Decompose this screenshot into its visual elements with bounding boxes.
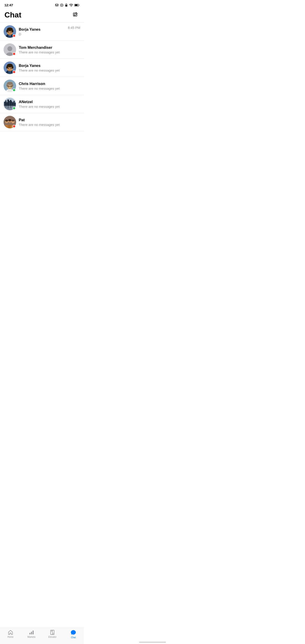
svg-point-25 — [6, 66, 8, 69]
contact-name: Borja Yanes — [19, 64, 80, 68]
message-preview: There are no messages yet — [19, 123, 80, 126]
chat-content: ANetzel There are no messages yet — [19, 100, 80, 108]
svg-rect-53 — [15, 103, 16, 106]
wifi-icon — [69, 4, 73, 7]
svg-rect-45 — [5, 100, 6, 106]
svg-point-40 — [11, 86, 12, 87]
svg-point-28 — [10, 68, 12, 69]
page-title: Chat — [4, 10, 22, 19]
contact-name: Chris Harrison — [19, 82, 80, 86]
chat-item-pat[interactable]: Pat There are no messages yet — [0, 113, 84, 131]
avatar-wrapper — [4, 62, 16, 74]
svg-point-14 — [12, 30, 14, 32]
contact-name: ANetzel — [19, 100, 80, 104]
svg-rect-47 — [8, 100, 9, 106]
status-indicator — [12, 125, 16, 128]
svg-rect-57 — [10, 106, 12, 108]
svg-point-33 — [7, 82, 13, 85]
svg-rect-6 — [75, 4, 78, 6]
battery-icon — [74, 4, 80, 6]
status-icons — [55, 3, 80, 7]
contact-name: Pat — [19, 118, 80, 122]
svg-point-69 — [12, 120, 14, 122]
compose-button[interactable] — [71, 10, 80, 19]
svg-point-72 — [9, 121, 10, 122]
svg-point-19 — [8, 46, 12, 51]
svg-rect-52 — [14, 101, 15, 106]
svg-rect-3 — [65, 5, 67, 6]
svg-point-35 — [12, 84, 14, 86]
chat-item-borja2[interactable]: Borja Yanes There are no messages yet — [0, 59, 84, 77]
lock-icon — [65, 3, 68, 7]
svg-point-67 — [5, 120, 8, 122]
message-preview: There are no messages yet — [19, 68, 80, 72]
message-preview: There are no messages yet — [19, 105, 80, 108]
message-preview: D — [19, 32, 68, 36]
avatar-wrapper — [4, 25, 16, 38]
compose-icon — [72, 12, 78, 18]
chat-content: Tom Merchandiser There are no messages y… — [19, 46, 80, 54]
svg-point-26 — [12, 66, 14, 69]
message-preview: There are no messages yet — [19, 86, 80, 90]
notification-icon — [55, 4, 58, 7]
svg-point-15 — [8, 32, 9, 32]
svg-rect-51 — [12, 102, 14, 106]
status-indicator — [12, 52, 16, 56]
svg-rect-44 — [4, 102, 5, 106]
avatar-wrapper — [4, 116, 16, 128]
nav-icon — [60, 3, 64, 7]
status-indicator — [12, 88, 16, 92]
chat-item-anetzel[interactable]: ANetzel There are no messages yet — [0, 95, 84, 113]
chat-content: Pat There are no messages yet — [19, 118, 80, 126]
status-indicator — [12, 107, 16, 110]
chat-item-borja1[interactable]: Borja Yanes D 8:45 PM — [0, 22, 84, 41]
svg-rect-46 — [6, 102, 8, 106]
avatar-wrapper — [4, 98, 16, 110]
chat-item-chris[interactable]: Chris Harrison There are no messages yet — [0, 77, 84, 95]
avatar-wrapper — [4, 44, 16, 56]
svg-rect-50 — [12, 101, 12, 106]
chat-content: Borja Yanes There are no messages yet — [19, 64, 80, 72]
svg-point-39 — [8, 86, 9, 87]
svg-rect-56 — [8, 106, 9, 108]
svg-point-27 — [8, 68, 9, 69]
contact-name: Tom Merchandiser — [19, 46, 80, 50]
chat-content: Borja Yanes D — [19, 27, 68, 36]
chat-content: Chris Harrison There are no messages yet — [19, 82, 80, 90]
status-indicator — [12, 34, 16, 37]
svg-rect-55 — [5, 106, 6, 108]
status-bar: 12:47 — [0, 0, 84, 9]
svg-point-34 — [6, 84, 8, 86]
svg-point-4 — [71, 6, 71, 6]
message-time: 8:45 PM — [68, 26, 80, 30]
svg-rect-48 — [9, 101, 10, 106]
svg-point-2 — [61, 5, 62, 6]
app-header: Chat — [0, 9, 84, 22]
status-time: 12:47 — [4, 3, 13, 7]
avatar-wrapper — [4, 80, 16, 92]
message-preview: There are no messages yet — [19, 50, 80, 54]
chat-list: Borja Yanes D 8:45 PM Tom Merchandiser T… — [0, 22, 84, 131]
svg-point-70 — [6, 122, 6, 122]
svg-point-13 — [6, 30, 8, 32]
svg-point-73 — [10, 121, 10, 122]
status-indicator — [12, 70, 16, 74]
svg-point-68 — [8, 119, 12, 121]
svg-point-71 — [7, 122, 8, 122]
svg-rect-49 — [10, 100, 12, 106]
chat-item-tom[interactable]: Tom Merchandiser There are no messages y… — [0, 41, 84, 59]
svg-point-16 — [10, 32, 12, 32]
contact-name: Borja Yanes — [19, 27, 68, 32]
